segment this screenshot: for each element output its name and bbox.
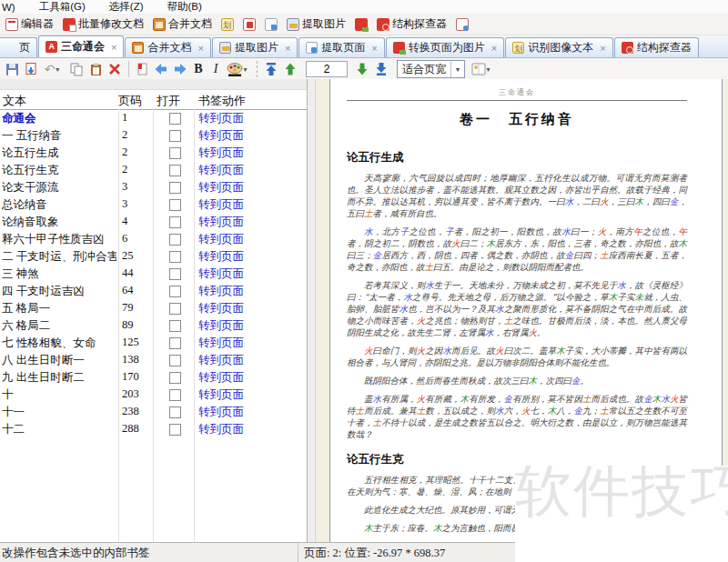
bookmark-title[interactable]: 论支干源流 xyxy=(2,180,116,196)
reading-mode-caret[interactable]: ▾ xyxy=(487,65,494,74)
goto-page-link[interactable]: 转到页面 xyxy=(198,318,244,334)
bookmark-title[interactable]: 释六十甲子性质吉凶 xyxy=(2,232,116,247)
bookmark-title[interactable]: 八 出生日时断一 xyxy=(2,353,116,368)
bookmark-open-checkbox[interactable] xyxy=(169,268,181,280)
bold-button[interactable]: B xyxy=(190,60,207,78)
bookmark-open-checkbox[interactable] xyxy=(169,372,181,384)
bookmark-title[interactable]: 七 性格相貌、女命 xyxy=(2,336,116,351)
tab-三命通会[interactable]: 三命通会× xyxy=(38,35,124,57)
ocr-button[interactable] xyxy=(217,15,238,34)
extract-page-button[interactable] xyxy=(261,15,281,34)
reading-mode-icon[interactable]: ▾ xyxy=(469,60,496,78)
bookmark-title[interactable]: 十二 xyxy=(2,422,116,437)
bookmark-open-checkbox[interactable] xyxy=(169,406,181,418)
back-icon[interactable] xyxy=(152,60,170,78)
goto-page-link[interactable]: 转到页面 xyxy=(198,197,244,213)
first-page-icon[interactable] xyxy=(262,60,280,78)
bookmark-open-checkbox[interactable] xyxy=(169,199,181,211)
goto-page-link[interactable]: 转到页面 xyxy=(198,180,244,196)
menu-item[interactable]: W) xyxy=(2,2,15,13)
undo-dropdown-caret[interactable]: ▾ xyxy=(56,65,63,74)
goto-page-link[interactable]: 转到页面 xyxy=(198,111,244,126)
bookmark-title[interactable]: 三 神煞 xyxy=(2,266,116,282)
tab-结构探查器[interactable]: 结构探查器 xyxy=(614,37,699,57)
tab-提取图片[interactable]: 提取图片× xyxy=(212,37,298,57)
bookmark-open-checkbox[interactable] xyxy=(169,355,181,366)
goto-page-link[interactable]: 转到页面 xyxy=(198,128,244,144)
page-number-input[interactable] xyxy=(306,61,348,77)
export-pdf-button[interactable] xyxy=(239,15,259,34)
bookmark-title[interactable]: 十 xyxy=(2,387,116,403)
merge-button[interactable]: 合并文档 xyxy=(149,15,216,34)
goto-page-link[interactable]: 转到页面 xyxy=(198,405,244,420)
export-icon[interactable] xyxy=(22,60,40,78)
bookmark-open-checkbox[interactable] xyxy=(169,216,181,228)
batch-modify-button[interactable]: 批量修改文档 xyxy=(59,15,147,34)
bookmark-title[interactable]: 论纳音取象 xyxy=(2,215,116,230)
bookmark-open-checkbox[interactable] xyxy=(169,389,181,401)
bookmark-title[interactable]: 一 五行纳音 xyxy=(2,128,116,144)
tab-close-icon[interactable]: × xyxy=(285,43,290,54)
panel-splitter[interactable] xyxy=(308,79,316,543)
goto-page-link[interactable]: 转到页面 xyxy=(198,387,244,403)
bookmark-title[interactable]: 论五行生克 xyxy=(2,163,116,178)
bookmark-title[interactable]: 二 干支时运、刑冲合害 xyxy=(2,249,116,265)
undo-icon[interactable]: ↶▾ xyxy=(41,60,66,78)
goto-page-link[interactable]: 转到页面 xyxy=(198,215,244,230)
bookmark-open-checkbox[interactable] xyxy=(169,113,181,125)
italic-button[interactable]: I xyxy=(207,60,224,78)
bookmark-open-checkbox[interactable] xyxy=(169,130,181,142)
forward-icon[interactable] xyxy=(171,60,189,78)
bookmark-open-checkbox[interactable] xyxy=(169,337,181,349)
goto-page-link[interactable]: 转到页面 xyxy=(198,163,244,178)
bookmark-title[interactable]: 总论纳音 xyxy=(2,197,116,213)
goto-page-link[interactable]: 转到页面 xyxy=(198,146,244,161)
bookmark-open-checkbox[interactable] xyxy=(169,424,181,436)
delete-icon[interactable] xyxy=(106,60,124,78)
tab-close-icon[interactable]: × xyxy=(111,42,116,53)
inspect-button[interactable]: 结构探查器 xyxy=(373,15,450,34)
zoom-mode-select[interactable]: 适合页宽 ▾ xyxy=(397,60,465,78)
bookmark-open-checkbox[interactable] xyxy=(169,303,181,315)
bookmark-open-checkbox[interactable] xyxy=(169,251,181,263)
bookmark-title[interactable]: 四 干支时运吉凶 xyxy=(2,284,116,299)
tab-合并文档[interactable]: 合并文档× xyxy=(125,37,210,57)
bookmark-title[interactable]: 命通会 xyxy=(2,111,116,126)
paste-icon[interactable] xyxy=(86,60,105,78)
bookmark-title[interactable]: 十一 xyxy=(2,405,116,420)
tab-页[interactable]: 页 xyxy=(0,37,37,57)
copy-icon[interactable] xyxy=(67,60,86,78)
bookmark-open-checkbox[interactable] xyxy=(169,320,181,332)
tab-close-icon[interactable]: × xyxy=(600,43,605,54)
goto-page-link[interactable]: 转到页面 xyxy=(198,422,244,437)
bookmark-title[interactable]: 六 格局二 xyxy=(2,318,116,334)
bookmark-title[interactable]: 九 出生日时断二 xyxy=(2,370,116,386)
zoom-dropdown-caret[interactable]: ▾ xyxy=(450,61,464,77)
goto-page-link[interactable]: 转到页面 xyxy=(198,353,244,368)
goto-page-link[interactable]: 转到页面 xyxy=(198,232,244,247)
editor-button[interactable]: 编辑器 xyxy=(2,15,57,34)
tab-提取页面[interactable]: 提取页面× xyxy=(298,37,384,57)
tab-转换页面为图片[interactable]: 转换页面为图片× xyxy=(386,37,504,57)
bookmark-open-checkbox[interactable] xyxy=(169,165,181,176)
save-icon[interactable] xyxy=(3,60,21,78)
goto-page-link[interactable]: 转到页面 xyxy=(198,284,244,299)
tab-close-icon[interactable]: × xyxy=(371,43,377,54)
tab-识别图像文本[interactable]: 识别图像文本× xyxy=(505,37,612,57)
goto-page-link[interactable]: 转到页面 xyxy=(198,266,244,282)
tab-close-icon[interactable]: × xyxy=(197,43,203,54)
import-button[interactable] xyxy=(452,15,472,34)
bookmark-title[interactable]: 五 格局一 xyxy=(2,301,116,316)
tab-close-icon[interactable]: × xyxy=(491,43,497,54)
bookmark-open-checkbox[interactable] xyxy=(169,182,181,194)
bookmark-open-checkbox[interactable] xyxy=(169,286,181,297)
bookmark-title[interactable]: 论五行生成 xyxy=(2,146,116,161)
previous-page-icon[interactable] xyxy=(281,60,299,78)
extract-image-button[interactable]: 提取图片 xyxy=(283,15,349,34)
font-color-icon[interactable]: ▾ xyxy=(225,60,252,78)
font-color-dropdown-caret[interactable]: ▾ xyxy=(244,65,251,74)
convert-page-button[interactable] xyxy=(351,15,371,34)
last-page-icon[interactable] xyxy=(372,60,390,78)
menu-item[interactable]: 帮助(B) xyxy=(167,0,201,14)
goto-page-link[interactable]: 转到页面 xyxy=(198,370,244,386)
